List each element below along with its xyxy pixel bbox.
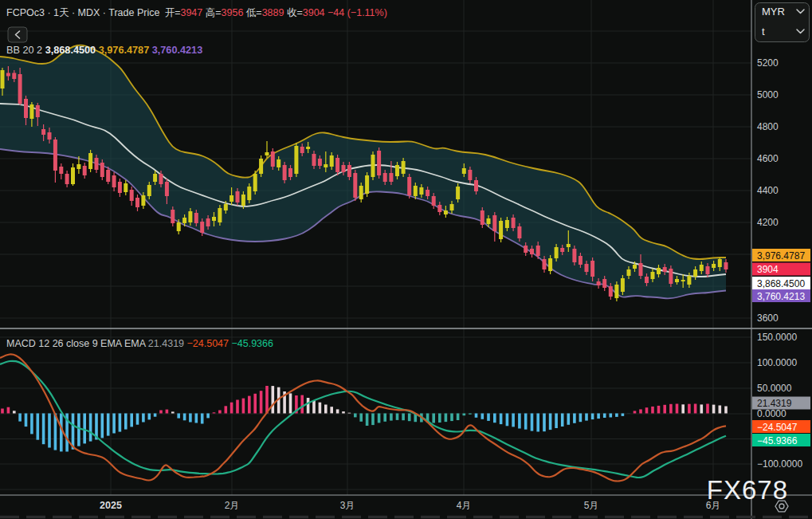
svg-text:4月: 4月 (457, 500, 472, 511)
svg-text:5200: 5200 (757, 57, 779, 69)
svg-text:4400: 4400 (757, 185, 779, 196)
svg-text:2025: 2025 (100, 500, 122, 511)
svg-text:3月: 3月 (340, 500, 355, 511)
svg-text:150.0000: 150.0000 (757, 332, 797, 343)
svg-text:2月: 2月 (225, 500, 240, 511)
svg-text:5月: 5月 (584, 500, 599, 511)
svg-text:4800: 4800 (757, 121, 779, 132)
svg-text:BB 20 2 3,868.4500 3,976.4787: BB 20 2 3,868.4500 3,976.4787 3,760.4213 (6, 45, 202, 56)
svg-text:3,976.4787: 3,976.4787 (757, 250, 805, 261)
svg-text:−100.0000: −100.0000 (757, 458, 802, 470)
svg-text:−24.5047: −24.5047 (757, 422, 798, 433)
svg-text:3904: 3904 (757, 264, 779, 275)
svg-text:FX678: FX678 (707, 475, 788, 505)
svg-text:5000: 5000 (757, 89, 779, 100)
svg-text:3,760.4213: 3,760.4213 (757, 291, 805, 302)
svg-text:FCPOc3 · 1天 · MDX · Trade Pric: FCPOc3 · 1天 · MDX · Trade Price 开=3947 高… (6, 7, 387, 18)
svg-text:100.0000: 100.0000 (757, 357, 797, 368)
svg-text:50.0000: 50.0000 (757, 383, 792, 394)
svg-text:t: t (762, 26, 765, 37)
svg-text:4200: 4200 (757, 217, 779, 228)
svg-text:−45.9366: −45.9366 (757, 435, 798, 446)
svg-text:21.4319: 21.4319 (757, 398, 792, 409)
svg-text:0.0000: 0.0000 (757, 408, 787, 419)
svg-text:MYR: MYR (762, 6, 785, 18)
svg-text:4600: 4600 (757, 153, 779, 164)
svg-text:MACD 12 26 close 9 EMA EMA 21.: MACD 12 26 close 9 EMA EMA 21.4319 −24.5… (6, 338, 273, 349)
svg-text:3600: 3600 (757, 313, 779, 324)
svg-text:3,868.4500: 3,868.4500 (757, 278, 805, 289)
